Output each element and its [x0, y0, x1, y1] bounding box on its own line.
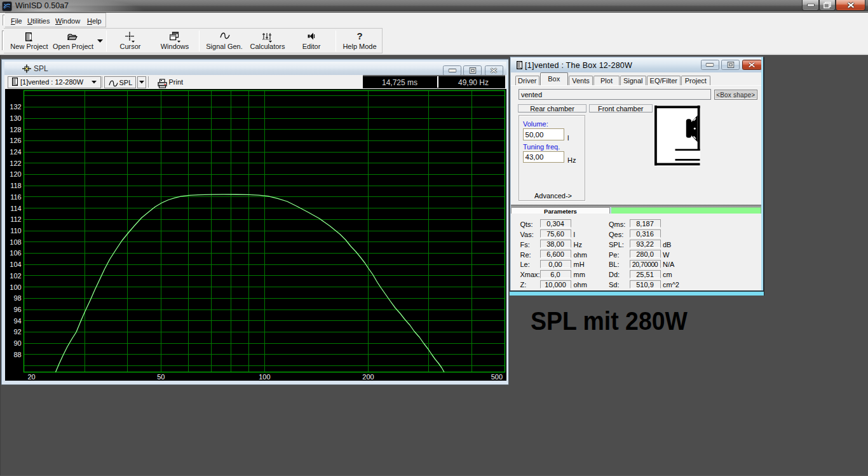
svg-text:100: 100 [259, 373, 270, 381]
svg-text:104: 104 [10, 261, 21, 268]
svg-text:92: 92 [13, 328, 21, 336]
svg-text:122: 122 [10, 159, 21, 167]
svg-text:500: 500 [491, 373, 503, 381]
svg-text:114: 114 [10, 204, 22, 212]
svg-text:90: 90 [13, 339, 21, 347]
svg-text:98: 98 [13, 294, 21, 302]
svg-text:126: 126 [10, 137, 21, 144]
svg-text:128: 128 [10, 125, 21, 133]
svg-text:88: 88 [13, 350, 21, 358]
svg-text:118: 118 [10, 182, 22, 189]
svg-text:50: 50 [157, 373, 165, 381]
svg-text:110: 110 [10, 226, 22, 234]
svg-text:20: 20 [27, 373, 35, 381]
svg-text:120: 120 [10, 170, 21, 178]
svg-text:100: 100 [10, 283, 21, 290]
svg-text:108: 108 [10, 238, 21, 245]
svg-text:94: 94 [13, 316, 21, 324]
svg-text:112: 112 [10, 215, 22, 223]
svg-text:200: 200 [362, 373, 374, 381]
svg-text:116: 116 [10, 193, 22, 200]
svg-text:106: 106 [10, 249, 21, 257]
svg-text:130: 130 [10, 114, 21, 121]
svg-text:102: 102 [10, 271, 21, 279]
svg-text:96: 96 [13, 305, 21, 313]
svg-text:132: 132 [10, 103, 21, 111]
svg-text:124: 124 [10, 147, 21, 155]
